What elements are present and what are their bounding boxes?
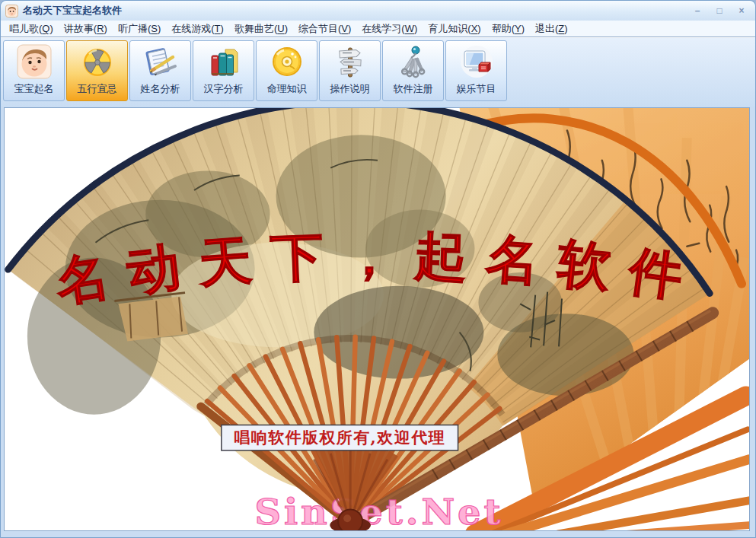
app-window: 名动天下宝宝起名软件 –□× 唱儿歌(Q)讲故事(R)听广播(S)在线游戏(T)…: [0, 0, 756, 538]
menu-item-x[interactable]: 育儿知识(X): [423, 21, 486, 37]
banner-text: 唱响软件版权所有,欢迎代理: [234, 428, 445, 447]
menu-bar: 唱儿歌(Q)讲故事(R)听广播(S)在线游戏(T)歌舞曲艺(U)综合节目(V)在…: [1, 21, 755, 37]
menu-item-y[interactable]: 帮助(Y): [486, 21, 530, 37]
five-elements-icon: [79, 43, 116, 80]
menu-item-s[interactable]: 听广播(S): [113, 21, 166, 37]
toolbar-button-hanzi-analysis[interactable]: 汉字分析: [193, 40, 254, 101]
toolbar-button-label: 宝宝起名: [14, 82, 54, 96]
toolbar-button-instructions[interactable]: 操作说明: [319, 40, 381, 101]
watermark-text: SinSet.Net: [254, 490, 503, 530]
disc-icon: [269, 43, 305, 80]
menu-item-t[interactable]: 在线游戏(T): [166, 21, 229, 37]
books-icon: [206, 43, 242, 80]
menu-item-z[interactable]: 退出(Z): [530, 21, 573, 37]
toolbar-button-label: 汉字分析: [204, 82, 244, 96]
menu-item-u[interactable]: 歌舞曲艺(U): [229, 21, 293, 37]
toolbar-button-baby-naming[interactable]: 宝宝起名: [3, 40, 65, 101]
copyright-banner: 唱响软件版权所有,欢迎代理: [222, 425, 458, 450]
toolbar-button-label: 姓名分析: [141, 82, 180, 96]
window-controls: –□×: [690, 5, 749, 17]
fan-graphic: 名动天下，起名软件 SinSet.Net: [5, 108, 749, 530]
keys-icon: [395, 43, 432, 80]
toolbar-button-numerology[interactable]: 命理知识: [256, 40, 317, 101]
toolbar-button-entertainment[interactable]: 娱乐节目: [445, 40, 507, 101]
signpost-icon: [332, 43, 368, 80]
maximize-button[interactable]: □: [712, 5, 727, 17]
app-baby-icon: [5, 5, 18, 18]
toolbar-button-name-analysis[interactable]: 姓名分析: [129, 40, 191, 101]
menu-item-q[interactable]: 唱儿歌(Q): [4, 21, 59, 37]
toolbar-button-label: 命理知识: [267, 82, 307, 96]
toolbar-button-label: 操作说明: [330, 82, 370, 96]
toolbar-button-registration[interactable]: 软件注册: [382, 40, 444, 101]
title-bar: 名动天下宝宝起名软件 –□×: [1, 1, 755, 21]
window-title: 名动天下宝宝起名软件: [23, 4, 690, 18]
baby-icon: [16, 43, 53, 80]
menu-item-w[interactable]: 在线学习(W): [356, 21, 423, 37]
toolbar: 宝宝起名 五行宜忌 姓名分析 汉字分析 命理知识: [1, 37, 755, 107]
notepad-pencil-icon: [142, 43, 179, 80]
toolbar-button-label: 五行宜忌: [78, 82, 117, 96]
menu-item-v[interactable]: 综合节目(V): [293, 21, 356, 37]
toolbar-button-label: 娱乐节目: [457, 82, 496, 96]
minimize-button[interactable]: –: [690, 5, 705, 17]
toolbar-button-five-elements[interactable]: 五行宜忌: [66, 40, 128, 101]
close-button[interactable]: ×: [734, 5, 749, 17]
monitor-icon: [458, 43, 495, 80]
toolbar-button-label: 软件注册: [394, 82, 433, 96]
main-content: 名动天下，起名软件 SinSet.Net: [4, 107, 750, 531]
menu-item-r[interactable]: 讲故事(R): [59, 21, 113, 37]
